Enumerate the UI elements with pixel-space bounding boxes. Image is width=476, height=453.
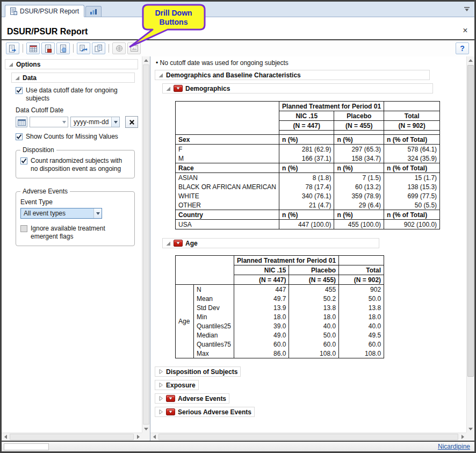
tab-chart[interactable] [85, 6, 102, 17]
table-cell [384, 131, 440, 135]
options-horizontal-scrollbar[interactable] [2, 433, 142, 441]
drill-down-button[interactable] [166, 408, 175, 415]
table-row: USA447 (100.0)455 (100.0)902 (100.0) [176, 220, 440, 229]
disclosure-closed-icon[interactable] [158, 369, 163, 375]
table-cell: 21 (4.7) [279, 200, 334, 210]
table-cell: ASIAN [176, 173, 279, 183]
table-cell: 158 (34.7) [334, 154, 384, 163]
scroll-down-button[interactable] [142, 425, 150, 433]
table-cell [339, 256, 384, 265]
scroll-down-button[interactable] [467, 425, 474, 433]
options-panel-content: Options Data Use data cutoff date for on… [2, 56, 142, 433]
table-row: Median49.050.049.5 [176, 330, 384, 340]
table-row: Min18.018.018.0 [176, 312, 384, 321]
section-serious-adverse-events[interactable]: Serious Adverse Events [155, 407, 255, 417]
options-outline-header[interactable]: Options [5, 59, 138, 69]
scroll-left-button[interactable] [150, 433, 158, 441]
report-vertical-scrollbar[interactable] [466, 56, 474, 433]
disclosure-open-icon[interactable] [165, 241, 171, 246]
toolbar-collapse-button[interactable] [464, 6, 471, 12]
section-demographics[interactable]: Demographics [162, 83, 433, 94]
table-row: ASIAN8 (1.8)7 (1.5)15 (1.7) [176, 173, 440, 183]
disclosure-closed-icon[interactable] [158, 382, 163, 388]
report-horizontal-scrollbar[interactable] [150, 433, 466, 441]
event-type-label: Event Type [20, 198, 130, 206]
scrollbar-thumb[interactable] [143, 64, 149, 425]
data-table-button[interactable] [26, 42, 40, 54]
toolbar-separator [23, 44, 23, 53]
ongoing-checkbox[interactable] [20, 157, 27, 164]
dataset-link[interactable]: Nicardipine [438, 443, 470, 450]
table-cell: 18.0 [289, 312, 339, 321]
section-demographics-baseline[interactable]: Demographics and Baseline Characteristic… [155, 70, 430, 80]
disclosure-closed-icon[interactable] [158, 396, 163, 401]
missing-values-row: Show Counts for Missing Values [16, 133, 140, 141]
disclosure-open-icon[interactable] [8, 62, 13, 67]
section-age[interactable]: Age [162, 238, 379, 248]
table-row: Sexn (%)n (%)n (% of Total) [176, 135, 440, 145]
chevron-down-icon [464, 6, 470, 12]
demographics-table-container: Planned Treatment for Period 01NIC .15Pl… [175, 101, 466, 229]
calendar-button[interactable] [16, 117, 27, 127]
table-cell: 49.0 [234, 330, 289, 340]
globe-icon [116, 45, 123, 52]
disclosure-closed-icon[interactable] [158, 409, 163, 415]
date-input[interactable] [30, 117, 68, 127]
help-button[interactable]: ? [456, 42, 469, 54]
refresh-report-button[interactable] [77, 42, 90, 54]
section-title: Age [185, 240, 198, 247]
options-vertical-scrollbar[interactable] [142, 56, 150, 433]
scrollbar-thumb[interactable] [467, 65, 474, 377]
table-cell: n (% of Total) [384, 163, 440, 173]
drill-down-button[interactable] [166, 395, 175, 402]
ignore-flags-label: Ignore available treatment emergent flag… [31, 225, 111, 241]
clear-date-button[interactable] [125, 116, 138, 128]
use-cutoff-checkbox[interactable] [16, 87, 23, 94]
event-type-select[interactable]: All event types [20, 208, 102, 219]
ignore-flags-checkbox[interactable] [20, 225, 27, 232]
table-cell: Sex [176, 135, 279, 145]
drill-down-button[interactable] [174, 85, 183, 92]
web-document-icon [60, 45, 67, 53]
table-cell: n (% of Total) [384, 210, 440, 220]
disclosure-open-icon[interactable] [165, 86, 171, 91]
scrollbar-thumb[interactable] [158, 434, 458, 440]
section-title: Exposure [166, 382, 196, 389]
report-note-text: No cutoff date was used for ongoing subj… [160, 59, 289, 67]
ongoing-row: Count randomized subjects with no dispos… [20, 157, 130, 173]
bullet-icon: • [156, 59, 158, 67]
table-cell: Max [194, 349, 234, 358]
tab-dsur-psur-report[interactable]: DSUR/PSUR Report [5, 5, 84, 17]
table-cell: 455 (100.0) [334, 220, 384, 229]
scroll-left-button[interactable] [2, 433, 9, 441]
pdf-report-button[interactable] [41, 42, 55, 54]
clear-x-icon [129, 119, 135, 125]
rerun-report-button[interactable] [92, 42, 105, 54]
data-outline-header[interactable]: Data [11, 73, 135, 83]
table-cell [176, 102, 279, 135]
tab-bar: DSUR/PSUR Report [2, 2, 474, 17]
scroll-up-button[interactable] [142, 56, 150, 64]
web-report-button[interactable] [56, 42, 70, 54]
table-cell: n (%) [279, 163, 334, 173]
save-report-button[interactable] [6, 42, 19, 54]
disclosure-open-icon[interactable] [158, 73, 163, 78]
scroll-right-button[interactable] [459, 433, 466, 441]
app-window: Drill Down Buttons DSUR/PSUR Report DSUR… [0, 0, 476, 453]
date-format-select[interactable]: yyyy-mm-dd [70, 117, 120, 127]
section-adverse-events[interactable]: Adverse Events [155, 393, 229, 404]
drill-down-button[interactable] [174, 240, 183, 247]
table-cell: 15 (1.7) [384, 173, 440, 183]
section-exposure[interactable]: Exposure [155, 380, 199, 390]
section-title: Demographics and Baseline Characteristic… [166, 71, 301, 79]
scroll-up-button[interactable] [467, 56, 474, 64]
close-button[interactable]: × [461, 26, 470, 35]
scroll-right-button[interactable] [134, 433, 142, 441]
table-cell [384, 102, 440, 111]
disclosure-open-icon[interactable] [15, 75, 20, 81]
section-disposition-of-subjects[interactable]: Disposition of Subjects [155, 366, 241, 377]
table-cell: Placebo [289, 265, 339, 275]
missing-values-checkbox[interactable] [16, 133, 23, 140]
table-cell: Total [339, 265, 384, 275]
scrollbar-thumb[interactable] [10, 434, 134, 440]
